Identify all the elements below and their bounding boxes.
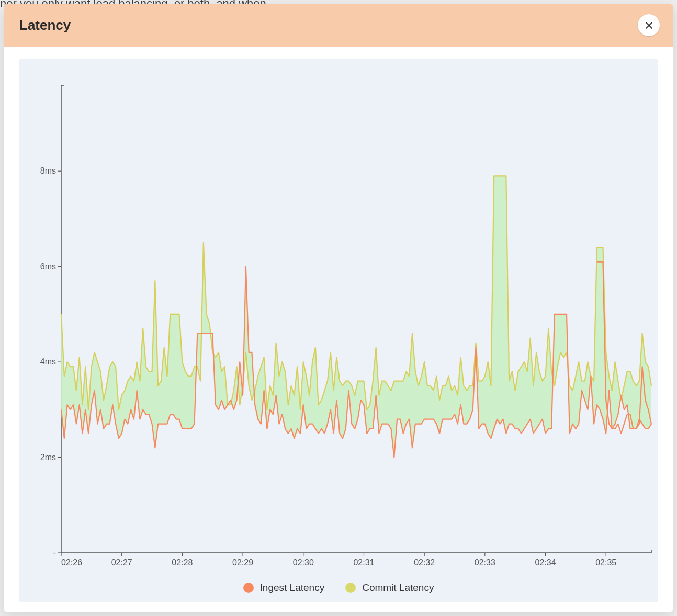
modal-header: Latency [4, 4, 673, 47]
svg-text:2ms: 2ms [40, 453, 56, 462]
svg-text:8ms: 8ms [40, 166, 56, 175]
svg-text:02:29: 02:29 [232, 558, 253, 567]
legend-label-commit: Commit Latency [362, 582, 434, 594]
modal-body: 2ms4ms6ms8ms-02:2602:2702:2802:2902:3002… [4, 47, 673, 612]
latency-modal: Latency 2ms4ms6ms8ms-02:2602:2702:2802:2… [4, 4, 673, 612]
legend-item-commit[interactable]: Commit Latency [345, 582, 434, 594]
svg-text:-: - [53, 548, 56, 557]
svg-text:02:33: 02:33 [475, 558, 495, 567]
svg-text:02:34: 02:34 [535, 558, 556, 567]
legend-swatch-commit [345, 583, 356, 593]
svg-text:02:26: 02:26 [61, 558, 82, 567]
svg-text:02:31: 02:31 [353, 558, 374, 567]
legend-swatch-ingest [243, 583, 254, 593]
chart-legend: Ingest Latency Commit Latency [19, 574, 658, 602]
svg-text:4ms: 4ms [40, 357, 56, 366]
svg-text:02:28: 02:28 [172, 558, 193, 567]
close-button[interactable] [638, 14, 660, 36]
svg-text:02:27: 02:27 [111, 558, 132, 567]
svg-text:02:35: 02:35 [595, 558, 616, 567]
svg-text:02:32: 02:32 [414, 558, 435, 567]
chart-panel: 2ms4ms6ms8ms-02:2602:2702:2802:2902:3002… [19, 59, 658, 602]
svg-text:02:30: 02:30 [293, 558, 314, 567]
chart-area[interactable]: 2ms4ms6ms8ms-02:2602:2702:2802:2902:3002… [19, 59, 658, 574]
svg-text:6ms: 6ms [40, 262, 56, 271]
latency-chart: 2ms4ms6ms8ms-02:2602:2702:2802:2902:3002… [19, 59, 658, 574]
modal-title: Latency [19, 17, 71, 33]
legend-label-ingest: Ingest Latency [260, 582, 325, 594]
legend-item-ingest[interactable]: Ingest Latency [243, 582, 325, 594]
close-icon [645, 21, 653, 30]
